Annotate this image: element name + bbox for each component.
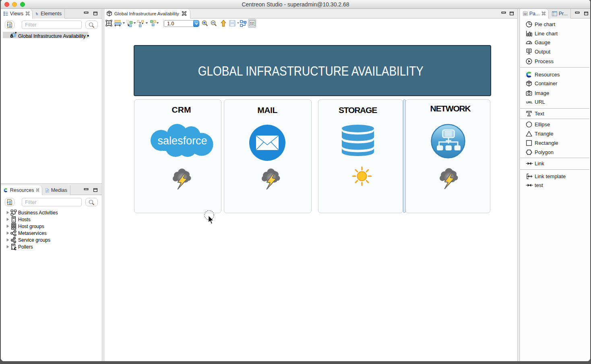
svg-text:salesforce: salesforce xyxy=(157,135,207,147)
svg-text:URL: URL xyxy=(526,101,533,104)
